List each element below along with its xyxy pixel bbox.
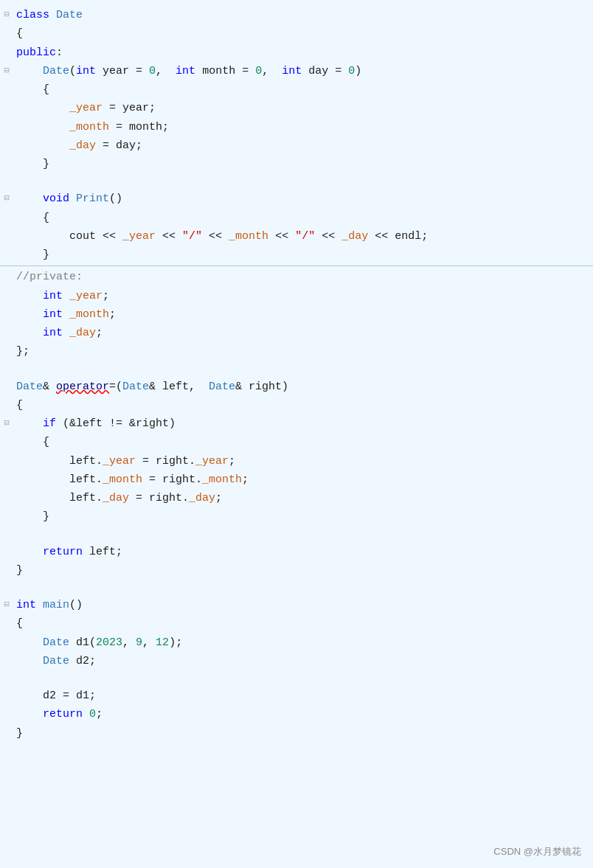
token-plain: << — [96, 230, 122, 243]
fold-gutter — [0, 156, 13, 157]
line-content: _month = month; — [13, 119, 593, 136]
token-kw: return — [43, 708, 83, 721]
token-plain — [69, 192, 76, 205]
code-line: _year = year; — [0, 99, 593, 117]
line-content: Date d1(2023, 9, 12); — [13, 634, 593, 651]
token-plain — [83, 708, 89, 721]
token-plain — [16, 708, 43, 721]
token-plain: } — [16, 727, 23, 740]
line-content: class Date — [13, 7, 593, 24]
token-var: _day — [341, 230, 368, 243]
fold-gutter — [0, 508, 13, 510]
token-kw: int — [76, 65, 96, 77]
line-content: void Print() — [13, 190, 593, 207]
fold-gutter — [0, 228, 13, 229]
code-line: int _day; — [0, 324, 593, 342]
line-content: return 0; — [13, 706, 593, 723]
token-plain: ; — [96, 327, 103, 339]
line-content: public: — [13, 44, 593, 61]
token-plain: << — [202, 230, 229, 243]
code-line: ⊟ void Print() — [0, 190, 593, 208]
token-plain: { — [16, 399, 23, 412]
code-line: } — [0, 246, 593, 264]
token-var: _year — [69, 290, 103, 302]
token-num: 9 — [136, 636, 142, 649]
token-plain — [63, 308, 69, 321]
fold-gutter — [0, 725, 13, 726]
fold-gutter — [0, 44, 13, 46]
fold-gutter — [0, 634, 13, 636]
line-content: _day = day; — [13, 137, 593, 154]
fold-gutter[interactable]: ⊟ — [0, 597, 13, 612]
token-plain — [16, 230, 69, 243]
token-plain: & right) — [235, 381, 288, 393]
token-cls: Date — [43, 636, 69, 649]
token-plain: , — [122, 636, 136, 649]
token-plain: = day; — [96, 139, 142, 152]
code-line: ⊟ if (&left != &right) — [0, 414, 593, 433]
fold-gutter[interactable]: ⊟ — [0, 190, 13, 206]
token-var: _year — [69, 102, 103, 114]
line-content: } — [13, 246, 593, 263]
token-kw: return — [43, 546, 83, 558]
token-plain: } — [16, 510, 49, 523]
token-oper: operator — [56, 381, 109, 393]
code-line: { — [0, 433, 593, 451]
token-plain: left. — [69, 492, 103, 504]
code-line: } — [0, 724, 593, 743]
token-plain: ; — [109, 308, 116, 321]
token-plain — [63, 290, 69, 302]
code-container: ⊟class Date{public:⊟ Date(int year = 0, … — [0, 0, 593, 868]
fold-gutter — [0, 615, 13, 617]
token-kw: int — [43, 290, 63, 302]
token-var: _month — [202, 473, 242, 486]
fold-gutter — [0, 453, 13, 454]
token-plain: { — [16, 617, 23, 630]
token-var: _day — [189, 492, 215, 504]
watermark: CSDN @水月梦镜花 — [493, 844, 581, 859]
fold-gutter — [0, 100, 13, 101]
fold-gutter[interactable]: ⊟ — [0, 415, 13, 431]
line-content: int _year; — [13, 288, 593, 305]
token-cls: Date — [209, 381, 235, 393]
token-var: _day — [103, 492, 129, 504]
token-var: _month — [69, 308, 109, 321]
line-content: left._month = right._month; — [13, 471, 593, 488]
token-plain: () — [109, 192, 122, 205]
fold-gutter[interactable]: ⊟ — [0, 63, 13, 78]
token-plain: , — [262, 65, 282, 77]
token-plain: & — [43, 381, 56, 393]
line-content: { — [13, 434, 593, 451]
line-content: Date d2; — [13, 653, 593, 670]
code-line: _month = month; — [0, 118, 593, 136]
fold-gutter — [0, 209, 13, 211]
token-plain: ; — [242, 473, 249, 486]
token-plain: }; — [16, 345, 30, 358]
line-content: int main() — [13, 597, 593, 614]
fold-gutter — [0, 706, 13, 707]
token-plain: { — [16, 212, 49, 224]
token-plain: year = — [96, 65, 149, 77]
token-plain — [16, 327, 43, 339]
token-plain — [16, 655, 43, 667]
token-kw: int — [176, 65, 195, 77]
token-cmt: //private: — [16, 271, 83, 283]
code-line: Date d1(2023, 9, 12); — [0, 633, 593, 652]
fold-gutter — [0, 362, 13, 364]
token-plain — [16, 192, 43, 205]
code-line — [0, 173, 593, 190]
token-plain: d2 = d1; — [16, 690, 96, 702]
token-plain: { — [16, 83, 49, 96]
token-plain: =( — [109, 381, 122, 393]
token-num: 0 — [255, 65, 262, 77]
fold-gutter — [0, 471, 13, 473]
fold-gutter — [0, 671, 13, 673]
fold-gutter — [0, 324, 13, 326]
token-plain — [16, 308, 43, 321]
token-cls: Date — [43, 655, 69, 667]
line-content: }; — [13, 343, 593, 360]
fold-gutter[interactable]: ⊟ — [0, 7, 13, 22]
token-fn: Date — [43, 65, 69, 77]
token-num: 0 — [348, 65, 355, 77]
token-var: _year — [103, 455, 136, 468]
